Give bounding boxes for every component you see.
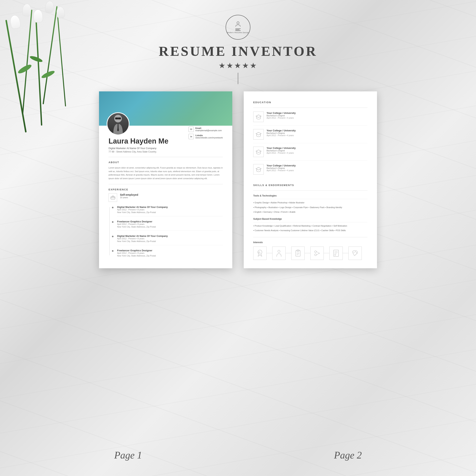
interest-item-1 xyxy=(253,247,267,260)
brand-title: RESUME INVENTOR xyxy=(159,43,317,59)
exp-item-3-date: April 2012 - Present • 8 years xyxy=(117,238,223,240)
svg-point-24 xyxy=(335,254,336,255)
logo-small-text: Modern Resume Design xyxy=(227,32,249,34)
exp-timeline: Digital Marketer At Name Of Your Company… xyxy=(108,206,223,257)
person-title-rest: At Name Of Your Company xyxy=(127,147,156,150)
svg-point-25 xyxy=(354,252,354,253)
interests-icons xyxy=(253,247,368,260)
page-labels: Page 1 Page 2 xyxy=(99,450,377,461)
svg-rect-3 xyxy=(115,118,118,119)
svg-point-16 xyxy=(315,251,316,253)
connector-2 xyxy=(286,253,291,253)
exp-item-3-title: Digital Marketer At Name Of Your Company xyxy=(117,235,223,238)
interests-section: Interests xyxy=(253,237,368,260)
svg-rect-20 xyxy=(334,250,339,256)
section-divider-2 xyxy=(108,184,223,184)
edu-text-4: Your College / University Bachelour's De… xyxy=(267,164,296,171)
subject-row-1: Product Knowledge • Lead Qualification •… xyxy=(253,224,368,228)
contact-linkedin-row: in Linkdin www.linkedin.com/mynetwork xyxy=(188,134,223,139)
subject-row-2: Customer Needs Analysis • Increasing Cus… xyxy=(253,229,368,232)
connector-4 xyxy=(324,253,329,253)
exp-item-1-location: New York City, State Addresss, Zip-Posta… xyxy=(117,211,223,213)
header-divider xyxy=(238,73,238,84)
person-title: Digital Marketer At Name Of Your Company xyxy=(108,147,223,150)
logo-circle: Modern Resume Design xyxy=(226,15,250,40)
exp-item-4-location: New York City, State Addresss, Zip-Posta… xyxy=(117,255,223,257)
exp-item-3-location: New York City, State Addresss, Zip-Posta… xyxy=(117,240,223,242)
exp-item-2-title: Freelancer Graphics Designer xyxy=(117,220,223,223)
exp-item-4-date: April 2012 - Present • 8 years xyxy=(117,252,223,254)
tools-row-1: Graphic Design • Adobe Photoshop • Adobe… xyxy=(253,201,368,204)
page2-label: Page 2 xyxy=(334,450,362,461)
education-section: EDUCATION Your College / University Bach… xyxy=(253,101,368,178)
email-text: Email: examplemail@example.com xyxy=(195,127,222,132)
tools-row-2: Photography • Illustration • Logo Design… xyxy=(253,206,368,209)
connector-5 xyxy=(343,253,348,253)
interest-item-3 xyxy=(291,247,305,260)
edu-icon-3 xyxy=(253,147,264,157)
exp-item-4-title: Freelancer Graphics Designer xyxy=(117,249,223,252)
svg-rect-7 xyxy=(111,197,115,199)
edu-item-3: Your College / University Bachelour's De… xyxy=(253,147,368,161)
interest-item-4 xyxy=(310,247,324,260)
connector-1 xyxy=(267,253,272,253)
edu-icon-2 xyxy=(253,129,264,139)
connector-3 xyxy=(305,253,310,253)
exp-item-2: Freelancer Graphics Designer April 2012 … xyxy=(112,220,223,231)
resume-interest-icon xyxy=(329,247,343,260)
exp-divider-1 xyxy=(117,216,223,216)
profile-photo xyxy=(107,112,130,135)
edu-text-1: Your College / University Bachelour's De… xyxy=(267,112,296,119)
page1-label: Page 1 xyxy=(114,450,142,461)
logo-lines xyxy=(235,29,241,31)
edu-text-2: Your College / University Bachelour's De… xyxy=(267,129,296,136)
email-icon: ✉ xyxy=(188,127,194,132)
edu-item-2: Your College / University Bachelour's De… xyxy=(253,129,368,143)
profile-photo-inner xyxy=(107,113,129,135)
exp-first-title: Self-employed xyxy=(120,193,138,196)
pages-container: ✉ Email: examplemail@example.com in Link… xyxy=(99,91,377,268)
experience-title: EXPERIENCE xyxy=(108,188,223,191)
exp-item-1: Digital Marketer At Name Of Your Company… xyxy=(112,206,223,216)
tools-row-3: English • Germany • China • French • Ara… xyxy=(253,210,368,214)
logo-container: Modern Resume Design xyxy=(226,15,250,43)
svg-rect-4 xyxy=(119,118,121,119)
contact-email-row: ✉ Email: examplemail@example.com xyxy=(188,127,223,132)
award-interest-icon xyxy=(253,247,267,260)
scissors-interest-icon xyxy=(310,247,324,260)
svg-point-10 xyxy=(278,250,280,253)
education-title: EDUCATION xyxy=(253,101,368,104)
person-interest-icon xyxy=(272,247,286,260)
exp-item-1-date: April 2012 - Present • 8 years xyxy=(117,208,223,211)
interest-item-2 xyxy=(272,247,286,260)
interest-item-6 xyxy=(348,247,362,260)
edu-item-1: Your College / University Bachelour's De… xyxy=(253,112,368,126)
edu-icon-4 xyxy=(253,164,264,175)
tools-title: Tools & Technologies xyxy=(253,194,368,197)
edu-item-4: Your College / University Bachelour's De… xyxy=(253,164,368,178)
interest-item-5 xyxy=(329,247,343,260)
exp-divider-2 xyxy=(117,231,223,231)
exp-item-2-date: April 2012 - Present • 8 years xyxy=(117,223,223,225)
exp-item-3: Digital Marketer At Name Of Your Company… xyxy=(112,235,223,245)
exp-item-2-location: New York City, State Addresss, Zip-Posta… xyxy=(117,226,223,228)
about-title: ABOUT xyxy=(108,161,223,164)
skills-divider-top xyxy=(253,190,368,191)
art-interest-icon xyxy=(348,247,362,260)
star-rating: ★★★★★ xyxy=(219,61,258,70)
skills-title: SKILLS & ENDORSEMENTS xyxy=(253,184,368,187)
exp-first-duration: 10 years xyxy=(120,196,138,199)
svg-point-17 xyxy=(315,254,316,256)
svg-line-19 xyxy=(316,253,320,255)
svg-point-0 xyxy=(237,22,239,24)
skills-section: SKILLS & ENDORSEMENTS Tools & Technologi… xyxy=(253,184,368,232)
exp-item-1-title: Digital Marketer At Name Of Your Company xyxy=(117,206,223,208)
exp-first-content: Self-employed 10 years xyxy=(120,193,138,199)
page-1: ✉ Email: examplemail@example.com in Link… xyxy=(99,91,232,268)
interests-title: Interests xyxy=(253,241,368,244)
contact-info: ✉ Email: examplemail@example.com in Link… xyxy=(188,127,223,141)
experience-section: EXPERIENCE Self-employed 10 years xyxy=(108,188,223,257)
subject-divider xyxy=(253,222,368,222)
exp-briefcase-icon xyxy=(108,193,117,202)
header: Modern Resume Design RESUME INVENTOR ★★★… xyxy=(0,0,476,99)
